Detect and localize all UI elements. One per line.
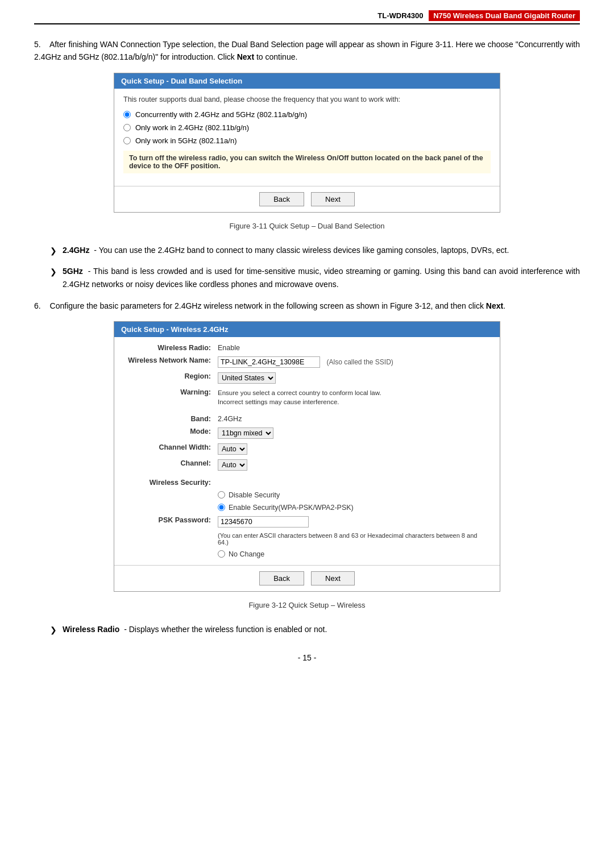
dual-band-panel: Quick Setup - Dual Band Selection This r… <box>114 73 500 213</box>
dual-band-footer: Back Next <box>114 186 500 212</box>
warning-label: Warning: <box>123 386 214 409</box>
radio-5ghz-only[interactable]: Only work in 5GHz (802.11a/n) <box>123 136 491 145</box>
psk-label: PSK Password: <box>123 514 214 530</box>
no-change-radio[interactable] <box>218 550 225 558</box>
channel-width-select[interactable]: Auto <box>218 443 247 455</box>
enable-security-radio[interactable] <box>218 504 225 511</box>
row-psk: PSK Password: <box>123 514 491 530</box>
network-name-hint: (Also called the SSID) <box>326 358 393 366</box>
row-channel: Channel: Auto <box>123 457 491 473</box>
dual-band-panel-header: Quick Setup - Dual Band Selection <box>114 73 500 89</box>
figure-12-caption: Figure 3-12 Quick Setup – Wireless <box>34 601 580 609</box>
row-mode: Mode: 11bgn mixed <box>123 425 491 441</box>
wireless-panel-body: Wireless Radio: Enable Wireless Network … <box>114 337 500 564</box>
psk-hint: (You can enter ASCII characters between … <box>214 530 491 548</box>
step-6-number: 6. <box>34 301 41 310</box>
row-band: Band: 2.4GHz <box>123 409 491 425</box>
disable-security-radio[interactable] <box>218 491 225 499</box>
disable-security-label: Disable Security <box>229 491 280 499</box>
bottom-bullets: ❯ Wireless Radio - Displays whether the … <box>50 623 580 636</box>
region-select[interactable]: United States <box>218 372 276 384</box>
bullet-5ghz-text: 5GHz - This band is less crowded and is … <box>63 265 580 290</box>
mode-select[interactable]: 11bgn mixed <box>218 427 273 439</box>
row-security-header: Wireless Security: <box>123 473 491 489</box>
radio-2ghz-input[interactable] <box>123 124 131 131</box>
radio-2ghz-label: Only work in 2.4GHz (802.11b/g/n) <box>135 123 249 132</box>
radio-concurrent-label: Concurrently with 2.4GHz and 5GHz (802.1… <box>135 110 307 119</box>
page-number: - 15 - <box>34 653 580 662</box>
row-disable-security: Disable Security <box>123 489 491 501</box>
no-change-option[interactable]: No Change <box>218 550 487 558</box>
network-name-label: Wireless Network Name: <box>123 354 214 370</box>
dual-band-back-button[interactable]: Back <box>259 192 304 206</box>
step-5-number: 5. <box>34 40 41 49</box>
warning-text-1: Ensure you select a correct country to c… <box>218 388 487 397</box>
model-number: TL-WDR4300 <box>377 11 423 20</box>
band-value: 2.4GHz <box>214 409 491 425</box>
bullet-5ghz: ❯ 5GHz - This band is less crowded and i… <box>50 265 580 290</box>
channel-label: Channel: <box>123 457 214 473</box>
bullet-wireless-radio: ❯ Wireless Radio - Displays whether the … <box>50 623 580 636</box>
wireless-back-button[interactable]: Back <box>259 571 304 585</box>
network-name-input[interactable] <box>218 356 320 368</box>
channel-select[interactable]: Auto <box>218 459 247 471</box>
product-name: N750 Wireless Dual Band Gigabit Router <box>429 10 580 21</box>
band-bullets: ❯ 2.4GHz - You can use the 2.4GHz band t… <box>50 244 580 290</box>
wireless-radio-value: Enable <box>214 342 491 354</box>
enable-security-label: Enable Security(WPA-PSK/WPA2-PSK) <box>229 504 354 512</box>
bullet-arrow-3: ❯ <box>50 624 57 636</box>
wireless-panel: Quick Setup - Wireless 2.4GHz Wireless R… <box>114 321 500 591</box>
wireless-next-button[interactable]: Next <box>311 571 355 585</box>
bullet-2ghz-text: 2.4GHz - You can use the 2.4GHz band to … <box>63 244 509 256</box>
mode-label: Mode: <box>123 425 214 441</box>
row-no-change: No Change <box>123 548 491 560</box>
dual-band-description: This router supports dual band, please c… <box>123 95 491 103</box>
row-warning: Warning: Ensure you select a correct cou… <box>123 386 491 409</box>
bullet-2ghz: ❯ 2.4GHz - You can use the 2.4GHz band t… <box>50 244 580 257</box>
bullet-arrow-1: ❯ <box>50 244 57 257</box>
disable-security-option[interactable]: Disable Security <box>218 491 487 499</box>
region-label: Region: <box>123 370 214 386</box>
radio-2ghz-only[interactable]: Only work in 2.4GHz (802.11b/g/n) <box>123 123 491 132</box>
bullet-arrow-2: ❯ <box>50 265 57 278</box>
step-6-text: Configure the basic parameters for 2.4GH… <box>50 301 506 310</box>
row-network-name: Wireless Network Name: (Also called the … <box>123 354 491 370</box>
step-6: 6. Configure the basic parameters for 2.… <box>34 300 580 609</box>
step-5-text: After finishing WAN Connection Type sele… <box>34 40 580 61</box>
wireless-form-table: Wireless Radio: Enable Wireless Network … <box>123 342 491 560</box>
wireless-panel-header: Quick Setup - Wireless 2.4GHz <box>114 322 500 337</box>
wireless-radio-label: Wireless Radio: <box>123 342 214 354</box>
wireless-warning-text: To turn off the wireless radio, you can … <box>129 154 483 170</box>
dual-band-next-button[interactable]: Next <box>311 192 355 206</box>
channel-width-label: Channel Width: <box>123 441 214 457</box>
wireless-panel-footer: Back Next <box>114 565 500 591</box>
radio-5ghz-input[interactable] <box>123 137 131 144</box>
wireless-warning: To turn off the wireless radio, you can … <box>123 151 491 173</box>
row-wireless-radio: Wireless Radio: Enable <box>123 342 491 354</box>
page-header: TL-WDR4300 N750 Wireless Dual Band Gigab… <box>34 11 580 24</box>
no-change-label: No Change <box>229 550 264 558</box>
figure-11-caption: Figure 3-11 Quick Setup – Dual Band Sele… <box>34 222 580 230</box>
security-label: Wireless Security: <box>123 473 214 489</box>
row-enable-security: Enable Security(WPA-PSK/WPA2-PSK) <box>123 501 491 514</box>
row-region: Region: United States <box>123 370 491 386</box>
row-channel-width: Channel Width: Auto <box>123 441 491 457</box>
warning-text-2: Incorrect settings may cause interferenc… <box>218 397 487 406</box>
band-label: Band: <box>123 409 214 425</box>
radio-5ghz-label: Only work in 5GHz (802.11a/n) <box>135 136 237 145</box>
row-psk-hint: (You can enter ASCII characters between … <box>123 530 491 548</box>
bullet-wireless-radio-text: Wireless Radio - Displays whether the wi… <box>63 623 327 636</box>
psk-input[interactable] <box>218 516 309 528</box>
radio-concurrent-input[interactable] <box>123 111 131 118</box>
step-5: 5. After finishing WAN Connection Type s… <box>34 38 580 230</box>
enable-security-option[interactable]: Enable Security(WPA-PSK/WPA2-PSK) <box>218 504 487 512</box>
dual-band-panel-body: This router supports dual band, please c… <box>114 89 500 186</box>
radio-concurrent[interactable]: Concurrently with 2.4GHz and 5GHz (802.1… <box>123 110 491 119</box>
